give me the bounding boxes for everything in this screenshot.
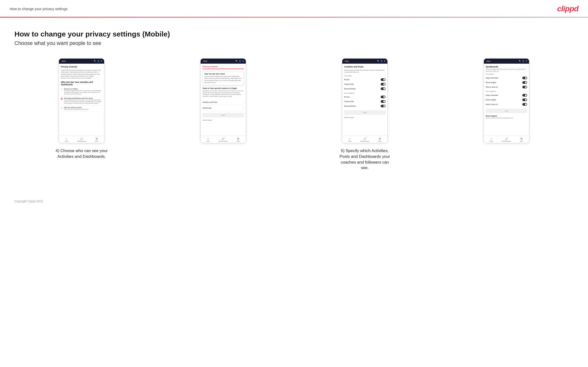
nav-home-4[interactable]: ⌂ Home — [484, 137, 499, 142]
drills-coaches-label: Practice Drills — [344, 83, 354, 85]
menu-icon-nav-4: ☰ — [520, 137, 523, 140]
manual-coaches-toggle[interactable] — [381, 87, 386, 90]
radio-desc-followers: Only approved followers and coaches you … — [64, 99, 102, 104]
round-insights-coaches-toggle[interactable] — [522, 81, 527, 84]
player-dash-coaches-label: Player Dashboard — [486, 77, 498, 79]
help-support-desc-4: Visit our Clippd community to troublesho… — [486, 117, 527, 119]
search-icon-2[interactable]: 🔍 — [235, 60, 238, 62]
drills-coaches-toggle[interactable] — [381, 83, 386, 85]
radio-label-followers: Only Approved Followers and Your Coach — [64, 98, 102, 99]
back-button-3[interactable]: ‹ Back — [344, 60, 349, 62]
save-button-2[interactable]: Save — [202, 113, 244, 117]
toggle-player-dash-coaches[interactable]: Player Dashboard — [486, 76, 527, 80]
rounds-followers-toggle[interactable] — [381, 96, 386, 98]
drills-followers-toggle[interactable] — [381, 100, 386, 103]
radio-label-coach: Only You and Your Coach — [64, 107, 88, 108]
phone-mockup-3: ‹ Back 🔍 👤 ☰ Activities and Posts Select… — [342, 58, 388, 143]
profile-icon[interactable]: 👤 — [97, 60, 100, 62]
what-to-work-followers-toggle[interactable] — [522, 103, 527, 106]
profile-icon-4[interactable]: 👤 — [522, 60, 525, 62]
show-hide-text-2: Regardless of the privacy controls that … — [202, 90, 244, 98]
nav-menu-3[interactable]: ☰ Menu — [372, 137, 388, 142]
back-button-2[interactable]: ‹ Back — [202, 60, 207, 62]
nav-performance-1[interactable]: 📈 My Performance — [74, 137, 89, 142]
toggle-rounds-followers[interactable]: Rounds — [344, 95, 386, 99]
player-dash-coaches-toggle[interactable] — [522, 77, 527, 79]
menu-label-4: Menu — [520, 141, 523, 142]
nav-home-2[interactable]: ⌂ Home — [200, 137, 216, 142]
manual-followers-label: Manual Activities — [344, 105, 356, 107]
back-arrow-2: ‹ — [202, 60, 203, 62]
screenshot-group-2: ‹ Back 🔍 👤 ☰ Privacy Controls — [156, 58, 291, 143]
dashboards-menu[interactable]: Dashboards › — [202, 105, 244, 111]
back-label-3: Back — [345, 60, 349, 62]
nav-performance-3[interactable]: 📈 My Performance — [357, 137, 372, 142]
what-to-work-coaches-toggle[interactable] — [522, 86, 527, 88]
toggle-round-insights-followers[interactable]: Round Insights — [486, 98, 527, 102]
radio-option-coach[interactable]: Only You and Your Coach Only you and the… — [61, 106, 102, 112]
phone-header-2: ‹ Back 🔍 👤 ☰ — [200, 58, 246, 64]
round-insights-followers-label: Round Insights — [486, 99, 496, 101]
save-button-3[interactable]: Save — [344, 110, 386, 115]
drills-followers-label: Practice Drills — [344, 101, 354, 102]
screenshots-row: ‹ Back 🔍 👤 ☰ Privacy Controls Control ho… — [14, 58, 574, 171]
what-to-work-coaches-label: What To Work On — [486, 86, 498, 88]
menu-icon-nav-2: ☰ — [237, 137, 239, 140]
profile-icon-2[interactable]: 👤 — [239, 60, 241, 62]
back-arrow-1: ‹ — [61, 60, 61, 62]
round-insights-followers-toggle[interactable] — [522, 99, 527, 101]
search-icon-4[interactable]: 🔍 — [519, 60, 521, 62]
save-button-4[interactable]: Save — [486, 108, 527, 113]
toggle-rounds-coaches[interactable]: Rounds — [344, 77, 386, 82]
privacy-tab-2[interactable]: Privacy Controls — [202, 66, 244, 69]
toggle-drills-followers[interactable]: Practice Drills — [344, 99, 386, 104]
menu-icon-3[interactable]: ☰ — [384, 60, 386, 62]
phone-mockup-1: ‹ Back 🔍 👤 ☰ Privacy Controls Control ho… — [59, 58, 104, 143]
nav-performance-2[interactable]: 📈 My Performance — [216, 137, 231, 142]
rounds-coaches-toggle[interactable] — [381, 78, 386, 81]
activities-posts-menu[interactable]: Activities and Posts › — [202, 100, 244, 105]
search-icon[interactable]: 🔍 — [94, 60, 96, 62]
back-arrow-4: ‹ — [486, 60, 486, 62]
menu-icon-4[interactable]: ☰ — [526, 60, 527, 62]
nav-home-3[interactable]: ⌂ Home — [342, 137, 357, 142]
toggle-drills-coaches[interactable]: Practice Drills — [344, 82, 386, 86]
nav-menu-1[interactable]: ☰ Menu — [89, 137, 104, 142]
caption-1: 4) Choose who can see your Activities an… — [55, 148, 108, 159]
radio-circle-coach — [61, 107, 63, 109]
nav-performance-4[interactable]: 📈 My Performance — [499, 137, 514, 142]
manual-followers-toggle[interactable] — [381, 105, 386, 107]
header-icons-1: 🔍 👤 ☰ — [94, 60, 102, 62]
performance-icon-3: 📈 — [363, 137, 366, 140]
manual-coaches-label: Manual Activities — [344, 88, 356, 90]
back-button-4[interactable]: ‹ Back — [486, 60, 491, 62]
home-icon-1: ⌂ — [66, 137, 67, 140]
menu-icon[interactable]: ☰ — [101, 60, 102, 62]
rounds-followers-label: Rounds — [344, 96, 349, 98]
menu-icon-nav-3: ☰ — [379, 137, 381, 140]
nav-menu-2[interactable]: ☰ Menu — [231, 137, 246, 142]
home-label-3: Home — [348, 141, 351, 142]
nav-menu-4[interactable]: ☰ Menu — [514, 137, 529, 142]
toggle-manual-coaches[interactable]: Manual Activities — [344, 86, 386, 91]
toggle-what-to-work-coaches[interactable]: What To Work On — [486, 85, 527, 89]
radio-desc-coach: Only you and the coaches you connect wit… — [64, 108, 88, 110]
menu-icon-2[interactable]: ☰ — [242, 60, 244, 62]
search-icon-3[interactable]: 🔍 — [377, 60, 380, 62]
radio-option-everyone[interactable]: Everyone on Clippd Everyone on Clippd ca… — [61, 87, 102, 96]
phone-header-4: ‹ Back 🔍 👤 ☰ — [484, 58, 529, 64]
activities-posts-desc-3: Select the types of activity that you'd … — [344, 69, 386, 73]
profile-icon-3[interactable]: 👤 — [380, 60, 383, 62]
toggle-player-dash-followers[interactable]: Player Dashboard — [486, 93, 527, 98]
nav-home-1[interactable]: ⌂ Home — [59, 137, 74, 142]
home-label-4: Home — [490, 141, 493, 142]
toggle-manual-followers[interactable]: Manual Activities — [344, 104, 386, 108]
back-button-1[interactable]: ‹ Back — [61, 60, 66, 62]
privacy-controls-desc: Control how you and your data appears to… — [61, 69, 102, 79]
player-dash-followers-toggle[interactable] — [522, 94, 527, 97]
radio-option-followers[interactable]: Only Approved Followers and Your Coach O… — [61, 96, 102, 106]
activities-chevron: › — [243, 101, 244, 103]
toggle-round-insights-coaches[interactable]: Round Insights — [486, 80, 527, 85]
toggle-what-to-work-followers[interactable]: What To Work On — [486, 102, 527, 107]
coaches-section-label-4: COACHES — [486, 74, 527, 75]
